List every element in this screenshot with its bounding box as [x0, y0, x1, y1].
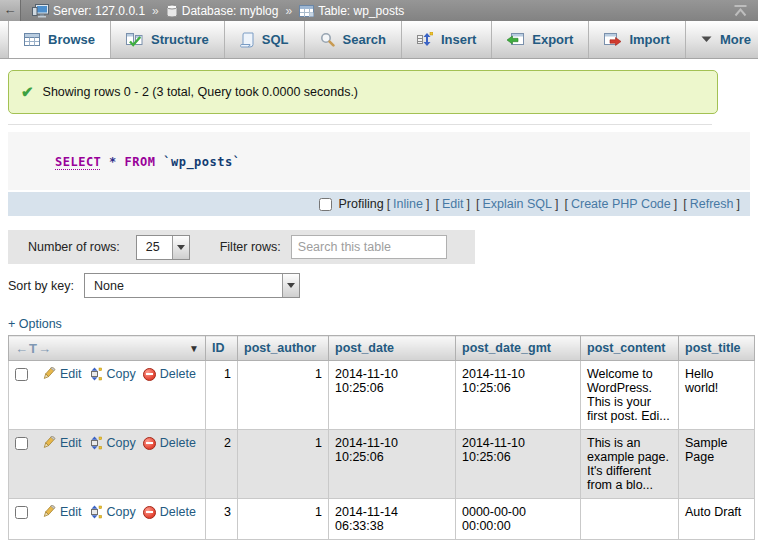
cell-id: 1: [206, 361, 238, 430]
copy-icon: [89, 505, 103, 519]
export-icon: [507, 33, 524, 46]
header-id[interactable]: ID: [206, 336, 238, 361]
status-message-text: Showing rows 0 - 2 (3 total, Query took …: [43, 85, 358, 99]
number-of-rows-label: Number of rows:: [28, 240, 120, 254]
header-post-date[interactable]: post_date: [329, 336, 456, 361]
column-actions-dropdown-icon[interactable]: ▼: [189, 343, 199, 354]
cell-post-title: Hello world!: [679, 361, 755, 430]
sort-by-key-select[interactable]: None: [84, 273, 300, 298]
delete-icon: [143, 437, 156, 450]
breadcrumb-database-label: Database: myblog: [182, 4, 279, 18]
top-navbar: ← Server: 127.0.0.1 »: [0, 0, 758, 21]
select-dropdown-button[interactable]: [172, 236, 189, 259]
header-post-title[interactable]: post_title: [679, 336, 755, 361]
copy-row-link[interactable]: Copy: [89, 505, 136, 519]
row-select-checkbox[interactable]: [15, 437, 28, 450]
status-message: ✔ Showing rows 0 - 2 (3 total, Query too…: [8, 70, 718, 114]
header-post-content[interactable]: post_content: [581, 336, 679, 361]
cell-post-date: 2014-11-10 10:25:06: [329, 430, 456, 499]
edit-row-link[interactable]: Edit: [41, 367, 82, 381]
cell-post-date-gmt: 2014-11-10 10:25:06: [456, 361, 581, 430]
breadcrumb-table[interactable]: Table: wp_posts: [299, 4, 404, 18]
breadcrumb: Server: 127.0.0.1 » Database: myblog »: [32, 4, 404, 18]
delete-row-link[interactable]: Delete: [143, 505, 196, 519]
server-icon: [32, 4, 49, 18]
profiling-checkbox[interactable]: [319, 198, 332, 211]
table-header-row: ←T→ ▼ ID post_author post_date post_date…: [9, 336, 755, 361]
table-row: Edit Copy: [9, 499, 755, 540]
structure-icon: [126, 33, 143, 47]
options-toggle-link[interactable]: + Options: [8, 317, 62, 331]
refresh-link[interactable]: Refresh: [690, 197, 734, 211]
breadcrumb-table-label: Table: wp_posts: [318, 4, 404, 18]
success-check-icon: ✔: [21, 83, 34, 101]
profiling-label: Profiling: [319, 197, 383, 211]
breadcrumb-server[interactable]: Server: 127.0.0.1: [32, 4, 145, 18]
tab-browse[interactable]: Browse: [8, 21, 111, 58]
copy-icon: [89, 367, 103, 381]
tab-search[interactable]: Search: [305, 21, 402, 58]
explain-sql-link[interactable]: Explain SQL: [482, 197, 551, 211]
sort-by-key-value: None: [85, 274, 282, 297]
delete-icon: [143, 368, 156, 381]
cell-post-author: 1: [238, 499, 329, 540]
select-dropdown-button[interactable]: [282, 274, 299, 297]
import-icon: [604, 33, 621, 46]
header-actions-cell: ←T→ ▼: [9, 336, 206, 361]
header-post-author[interactable]: post_author: [238, 336, 329, 361]
tab-sql[interactable]: SQL: [225, 21, 305, 58]
query-links-bar: Profiling [ Inline ] [ Edit ] [ Explain …: [8, 192, 750, 216]
cell-post-date: 2014-11-10 10:25:06: [329, 361, 456, 430]
number-of-rows-value: 25: [137, 236, 172, 259]
transpose-icon[interactable]: ←T→: [15, 341, 52, 356]
header-post-date-gmt[interactable]: post_date_gmt: [456, 336, 581, 361]
table-icon: [299, 5, 314, 17]
table-row: Edit Copy: [9, 430, 755, 499]
filter-rows-input[interactable]: [291, 235, 447, 259]
inline-link[interactable]: Inline: [393, 197, 423, 211]
section-divider: [8, 124, 712, 125]
edit-row-link[interactable]: Edit: [41, 436, 82, 450]
sql-keyword-from: FROM: [125, 155, 156, 169]
collapse-top-icon[interactable]: [733, 4, 748, 17]
breadcrumb-database[interactable]: Database: myblog: [166, 4, 279, 18]
sort-by-key-label: Sort by key:: [8, 279, 74, 293]
database-icon: [166, 4, 178, 18]
cell-post-content: Welcome to WordPress. This is your first…: [581, 361, 679, 430]
cell-id: 2: [206, 430, 238, 499]
edit-query-link[interactable]: Edit: [442, 197, 464, 211]
sql-table-name: `wp_posts`: [163, 155, 240, 169]
create-php-code-link[interactable]: Create PHP Code: [571, 197, 671, 211]
tab-browse-label: Browse: [48, 32, 95, 47]
number-of-rows-select[interactable]: 25: [136, 235, 190, 260]
cell-post-date-gmt: 2014-11-10 10:25:06: [456, 430, 581, 499]
delete-row-link[interactable]: Delete: [143, 367, 196, 381]
sql-keyword-select[interactable]: SELECT: [55, 155, 101, 169]
copy-row-link[interactable]: Copy: [89, 436, 136, 450]
row-select-checkbox[interactable]: [15, 506, 28, 519]
tab-export[interactable]: Export: [492, 21, 589, 58]
breadcrumb-separator: »: [285, 4, 292, 18]
tab-more-label: More: [720, 32, 751, 47]
row-select-checkbox[interactable]: [15, 368, 28, 381]
tab-export-label: Export: [532, 32, 573, 47]
cell-id: 3: [206, 499, 238, 540]
sort-row: Sort by key: None: [8, 273, 758, 298]
delete-row-link[interactable]: Delete: [143, 436, 196, 450]
tab-import[interactable]: Import: [589, 21, 685, 58]
tab-bar: Browse Structure SQL: [0, 21, 758, 59]
tab-more[interactable]: More: [686, 21, 758, 58]
cell-post-content: This is an example page. It's different …: [581, 430, 679, 499]
tab-sql-label: SQL: [262, 32, 289, 47]
tab-structure[interactable]: Structure: [111, 21, 225, 58]
edit-row-link[interactable]: Edit: [41, 505, 82, 519]
table-row: Edit Copy: [9, 361, 755, 430]
tab-import-label: Import: [629, 32, 669, 47]
cell-post-author: 1: [238, 361, 329, 430]
nav-panel-toggle[interactable]: ←: [0, 0, 21, 21]
browse-icon: [24, 33, 40, 46]
copy-row-link[interactable]: Copy: [89, 367, 136, 381]
results-table: ←T→ ▼ ID post_author post_date post_date…: [8, 335, 755, 540]
tab-insert[interactable]: Insert: [402, 21, 492, 58]
cell-post-date: 2014-11-14 06:33:38: [329, 499, 456, 540]
